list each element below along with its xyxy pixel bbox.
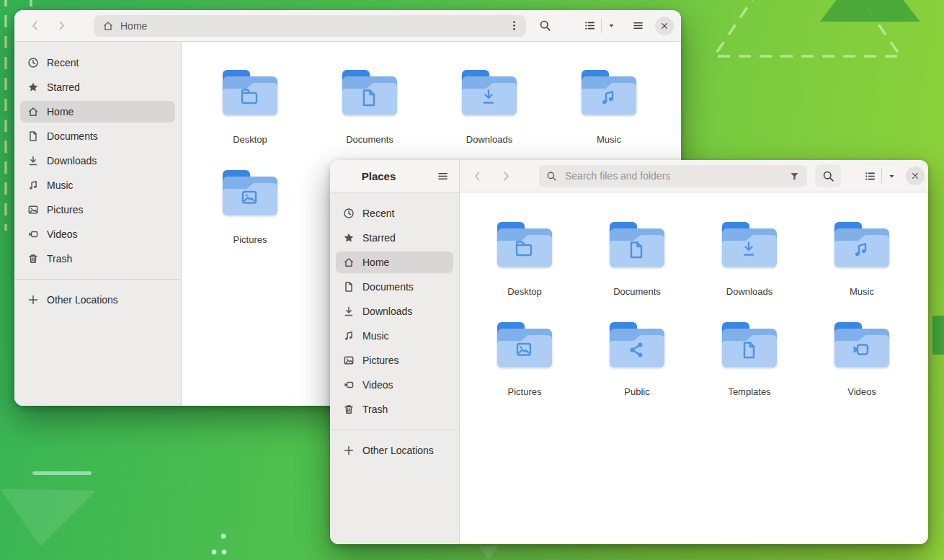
folder-tile-downloads[interactable]: Downloads	[429, 66, 549, 166]
chevron-down-icon	[607, 21, 616, 30]
sidebar-item-videos[interactable]: Videos	[20, 223, 175, 245]
document-icon	[27, 130, 39, 142]
line-decoration	[32, 471, 92, 475]
folder-name-label: Documents	[346, 134, 393, 145]
sidebar-back: Recent Starred Home Documents Downloads	[14, 42, 182, 406]
folder-tile-public[interactable]: Public	[581, 319, 693, 419]
sidebar-item-home[interactable]: Home	[20, 101, 175, 123]
view-options-dropdown[interactable]	[882, 166, 901, 185]
plus-icon	[27, 294, 39, 306]
folder-tile-desktop[interactable]: Desktop	[468, 218, 581, 319]
forward-button[interactable]	[50, 14, 73, 37]
list-view-button[interactable]	[858, 164, 881, 187]
folder-tile-templates[interactable]: Templates	[693, 319, 806, 419]
sidebar-item-label: Trash	[362, 404, 388, 415]
forward-button[interactable]	[494, 164, 517, 187]
sidebar-item-other-locations[interactable]: Other Locations	[336, 440, 453, 461]
sidebar-item-starred[interactable]: Starred	[336, 227, 453, 249]
search-icon	[539, 19, 551, 32]
share-emblem-icon	[609, 321, 665, 368]
main-menu-button[interactable]	[431, 164, 454, 187]
view-options-dropdown[interactable]	[602, 17, 620, 35]
folder-tile-documents[interactable]: Documents	[581, 218, 693, 319]
search-icon	[546, 171, 557, 182]
sidebar-item-recent[interactable]: Recent	[336, 203, 453, 224]
back-button[interactable]	[466, 164, 489, 187]
folder-name-label: Downloads	[726, 286, 772, 297]
list-view-icon	[584, 19, 596, 32]
image-icon	[343, 355, 355, 366]
sidebar-item-documents[interactable]: Documents	[20, 125, 175, 147]
sidebar-item-other-locations[interactable]: Other Locations	[20, 289, 175, 311]
close-button[interactable]	[655, 17, 674, 35]
path-bar[interactable]: Home	[94, 15, 526, 37]
folder-name-label: Music	[597, 134, 621, 145]
music-icon	[27, 179, 39, 191]
folder-name-label: Templates	[728, 386, 770, 397]
close-icon	[660, 22, 669, 30]
main-menu-button[interactable]	[626, 14, 649, 37]
files-window-front: Places Recent	[330, 160, 928, 544]
location-menu-button[interactable]	[504, 17, 523, 35]
close-button[interactable]	[906, 166, 925, 185]
folder-tile-music[interactable]: Music	[549, 66, 669, 166]
back-button[interactable]	[23, 14, 46, 37]
sidebar-item-label: Music	[47, 179, 74, 191]
download-emblem-icon	[721, 221, 778, 267]
sidebar-item-starred[interactable]: Starred	[20, 76, 175, 98]
sidebar-item-music[interactable]: Music	[336, 325, 453, 347]
sidebar-front: Recent Starred Home Documents Downloads	[330, 192, 460, 544]
folder-name-label: Pictures	[233, 234, 267, 245]
sidebar-item-recent[interactable]: Recent	[20, 52, 175, 74]
trash-icon	[27, 253, 39, 265]
document-emblem-icon	[342, 69, 398, 115]
sidebar-item-label: Documents	[47, 130, 98, 142]
folder-tile-pictures[interactable]: Pictures	[190, 166, 310, 267]
sidebar-item-label: Trash	[47, 253, 72, 265]
folder-tile-music[interactable]: Music	[806, 218, 918, 319]
sidebar-item-label: Pictures	[362, 355, 399, 366]
folder-tile-downloads[interactable]: Downloads	[693, 218, 806, 319]
sidebar-item-label: Home	[362, 257, 389, 268]
folder-tile-documents[interactable]: Documents	[310, 66, 429, 166]
sidebar-item-videos[interactable]: Videos	[336, 374, 453, 396]
sidebar-item-downloads[interactable]: Downloads	[20, 150, 175, 172]
sidebar-item-downloads[interactable]: Downloads	[336, 301, 453, 322]
folder-tile-videos[interactable]: Videos	[806, 319, 918, 419]
sidebar-item-label: Recent	[47, 57, 79, 68]
sidebar-item-documents[interactable]: Documents	[336, 276, 453, 298]
image-emblem-icon	[497, 321, 553, 368]
chevron-right-icon	[500, 170, 512, 182]
sidebar-item-trash[interactable]: Trash	[336, 399, 453, 420]
video-emblem-icon	[834, 321, 890, 368]
sidebar-item-label: Videos	[47, 228, 78, 240]
search-input[interactable]	[564, 169, 783, 182]
download-icon	[27, 155, 39, 166]
chevron-right-icon	[55, 19, 68, 32]
home-icon	[343, 257, 355, 268]
sidebar-item-pictures[interactable]: Pictures	[20, 199, 175, 221]
sidebar-item-pictures[interactable]: Pictures	[336, 350, 453, 371]
folder-tile-desktop[interactable]: Desktop	[190, 66, 310, 166]
sidebar-places-list: Recent Starred Home Documents Downloads	[330, 200, 459, 423]
search-field[interactable]	[539, 165, 807, 187]
folder-name-label: Videos	[847, 386, 876, 397]
video-icon	[343, 379, 355, 391]
list-view-button[interactable]	[578, 14, 601, 37]
headerbar-back: Home	[14, 10, 681, 42]
document-emblem-icon	[609, 221, 665, 267]
music-icon	[343, 330, 355, 342]
search-toggle-button[interactable]	[815, 164, 841, 187]
folder-emblem-icon	[497, 221, 553, 267]
dots-decoration	[212, 534, 227, 555]
folder-tile-pictures[interactable]: Pictures	[468, 319, 581, 419]
sidebar-item-music[interactable]: Music	[20, 174, 175, 196]
search-button[interactable]	[533, 14, 556, 37]
sidebar-item-label: Music	[362, 330, 389, 342]
headerbar-front: Places	[330, 160, 928, 192]
right-edge-decoration	[932, 316, 944, 355]
sidebar-item-trash[interactable]: Trash	[20, 248, 175, 270]
window-body-front: Recent Starred Home Documents Downloads	[330, 192, 928, 544]
sidebar-item-home[interactable]: Home	[336, 252, 453, 273]
list-view-icon	[864, 170, 876, 182]
